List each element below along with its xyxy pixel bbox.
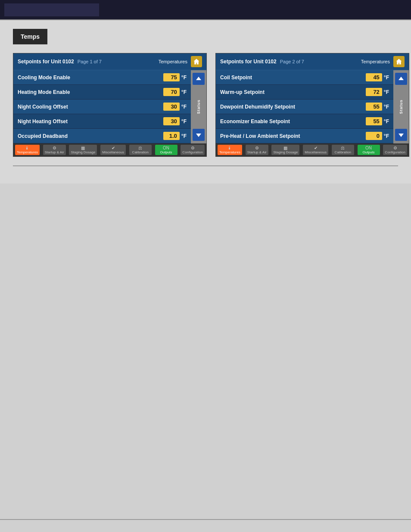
calibration2-icon: ⚖	[341, 146, 345, 150]
panel1-down-button[interactable]	[193, 129, 205, 141]
config2-icon: ⚙	[393, 146, 397, 150]
panel1-header-right: Temperatures	[159, 56, 202, 67]
panel2-toolbar-calibration[interactable]: ⚖ Calibration	[332, 145, 354, 155]
panel1-row-0-unit: °F	[181, 75, 187, 81]
panel1-row-1[interactable]: Heating Mode Enable 70 °F	[13, 85, 191, 100]
panel1-row-2-value[interactable]: 30	[163, 103, 180, 111]
panel2-toolbar-misc-label: Miscellaneous	[305, 150, 327, 154]
panel1-row-4-unit: °F	[181, 133, 187, 139]
panel2-row-2-unit: °F	[384, 104, 389, 110]
panel2-toolbar-staging-label: Staging Dosage	[273, 150, 298, 154]
panel1-row-3-value[interactable]: 30	[163, 117, 180, 125]
panel1-title: Setpoints for Unit 0102	[18, 59, 74, 65]
panel1-toolbar-config[interactable]: ⚙ Configuration	[181, 145, 205, 155]
panel2-toolbar-outputs-label: Outputs	[363, 150, 375, 154]
panel2-row-2[interactable]: Dewpoint Dehumidify Setpoint 55 °F	[216, 100, 393, 114]
svg-marker-0	[196, 77, 201, 80]
panel1-row-4[interactable]: Occupied Deadband 1.0 °F	[13, 129, 191, 143]
panel1-toolbar-config-label: Configuration	[182, 150, 203, 154]
panel2-row-0-value-area: 45 °F	[366, 73, 389, 81]
misc2-icon: ✔	[314, 146, 318, 150]
panel2-row-2-value[interactable]: 55	[366, 103, 382, 111]
panel2-toolbar-calibration-label: Calibration	[335, 150, 351, 154]
panel1-row-0-value[interactable]: 75	[163, 73, 180, 81]
panel2-toolbar-staging[interactable]: ▦ Staging Dosage	[271, 145, 299, 155]
panel2-row-1-unit: °F	[384, 89, 389, 95]
panel2-row-4-value[interactable]: 0	[366, 132, 382, 140]
panel1-row-1-value[interactable]: 70	[163, 88, 180, 96]
panel2-row-4-unit: °F	[384, 133, 389, 139]
panel1-home-button[interactable]	[191, 56, 202, 67]
panel1-row-3[interactable]: Night Heating Offset 30 °F	[13, 114, 191, 129]
panel2-row-4-value-area: 0 °F	[366, 132, 389, 140]
panel1-toolbar-misc[interactable]: ✔ Miscellaneous	[100, 145, 126, 155]
top-header	[0, 0, 411, 19]
panel2-row-3-value-area: 55 °F	[366, 117, 389, 125]
panel1-row-1-label: Heating Mode Enable	[18, 89, 163, 95]
panel1-toolbar-temperatures[interactable]: 🌡 Temperatures	[15, 145, 40, 155]
panel2: Setpoints for Unit 0102 Page 2 of 7 Temp…	[215, 53, 409, 157]
panel2-row-1[interactable]: Warm-up Setpoint 72 °F	[216, 85, 393, 100]
panel2-header-left: Setpoints for Unit 0102 Page 2 of 7	[220, 59, 304, 65]
panel2-down-button[interactable]	[395, 129, 407, 141]
panel1-toolbar-outputs[interactable]: ON Outputs	[155, 145, 177, 155]
panel2-home-button[interactable]	[393, 56, 405, 67]
panel2-toolbar-outputs[interactable]: ON Outputs	[358, 145, 380, 155]
thermometer-icon: 🌡	[25, 146, 29, 150]
panel2-toolbar-config[interactable]: ⚙ Configuration	[383, 145, 407, 155]
panel2-toolbar-config-label: Configuration	[385, 150, 405, 154]
panel2-toolbar-startup[interactable]: ⚙ Startup & Air	[246, 145, 268, 155]
panel1-toolbar-calibration[interactable]: ⚖ Calibration	[129, 145, 152, 155]
calibration-icon: ⚖	[138, 146, 142, 150]
main-content: Temps Setpoints for Unit 0102 Page 1 of …	[0, 20, 411, 184]
section-separator	[13, 165, 398, 166]
page-wrapper: Temps Setpoints for Unit 0102 Page 1 of …	[0, 0, 411, 532]
panel2-row-0-unit: °F	[384, 75, 389, 81]
panel2-up-button[interactable]	[395, 73, 407, 85]
panel2-page: Page 2 of 7	[280, 59, 304, 64]
thermometer2-icon: 🌡	[227, 146, 232, 150]
temps-button[interactable]: Temps	[13, 29, 47, 44]
panel1-status-sidebar: Status	[191, 70, 206, 143]
panel1-toolbar-startup-label: Startup & Air	[45, 150, 64, 154]
panels-row: Setpoints for Unit 0102 Page 1 of 7 Temp…	[13, 53, 398, 157]
panel1-row-4-value-area: 1.0 °F	[163, 132, 187, 140]
panel1-status-label: Status	[196, 98, 202, 116]
panel2-toolbar-temperatures-label: Temperatures	[219, 150, 240, 154]
panel1-up-button[interactable]	[193, 73, 205, 85]
panel2-row-3[interactable]: Economizer Enable Setpoint 55 °F	[216, 114, 393, 129]
outputs2-icon: ON	[365, 146, 372, 150]
panel2-row-1-value[interactable]: 72	[366, 88, 382, 96]
panel2-toolbar-temperatures[interactable]: 🌡 Temperatures	[218, 145, 242, 155]
panel2-header-right: Temperatures	[361, 56, 405, 67]
panel1: Setpoints for Unit 0102 Page 1 of 7 Temp…	[13, 53, 207, 157]
panel1-body-wrapper: Cooling Mode Enable 75 °F Heating Mode E…	[13, 70, 206, 143]
panel1-toolbar: 🌡 Temperatures ⚙ Startup & Air ▦ Staging…	[13, 143, 206, 156]
panel2-row-0[interactable]: Coil Setpoint 45 °F	[216, 70, 393, 85]
startup-icon: ⚙	[53, 146, 56, 150]
panel2-body-wrapper: Coil Setpoint 45 °F Warm-up Setpoint 72	[216, 70, 409, 143]
panel1-row-3-value-area: 30 °F	[163, 117, 187, 125]
panel1-header: Setpoints for Unit 0102 Page 1 of 7 Temp…	[13, 53, 206, 70]
panel2-row-1-label: Warm-up Setpoint	[220, 89, 366, 95]
panel1-row-2[interactable]: Night Cooling Offset 30 °F	[13, 100, 191, 114]
panel1-toolbar-staging[interactable]: ▦ Staging Dosage	[69, 145, 97, 155]
panel1-body: Cooling Mode Enable 75 °F Heating Mode E…	[13, 70, 191, 143]
misc-icon: ✔	[112, 146, 115, 150]
panel1-row-2-unit: °F	[181, 104, 187, 110]
panel2-row-3-value[interactable]: 55	[366, 117, 382, 125]
panel1-row-0[interactable]: Cooling Mode Enable 75 °F	[13, 70, 191, 85]
outputs-icon: ON	[163, 146, 169, 150]
panel2-row-0-value[interactable]: 45	[366, 73, 382, 81]
panel2-status-sidebar: Status	[393, 70, 409, 143]
panel2-row-4-label: Pre-Heat / Low Ambient Setpoint	[220, 133, 366, 139]
startup2-icon: ⚙	[255, 146, 259, 150]
panel1-page: Page 1 of 7	[78, 59, 102, 64]
panel2-toolbar-misc[interactable]: ✔ Miscellaneous	[303, 145, 328, 155]
panel1-toolbar-startup[interactable]: ⚙ Startup & Air	[43, 145, 66, 155]
panel2-status-label: Status	[398, 98, 404, 116]
panel1-row-4-value[interactable]: 1.0	[163, 132, 180, 140]
panel2-row-4[interactable]: Pre-Heat / Low Ambient Setpoint 0 °F	[216, 129, 393, 143]
panel1-row-4-label: Occupied Deadband	[18, 133, 163, 139]
panel1-toolbar-temperatures-label: Temperatures	[17, 150, 38, 154]
